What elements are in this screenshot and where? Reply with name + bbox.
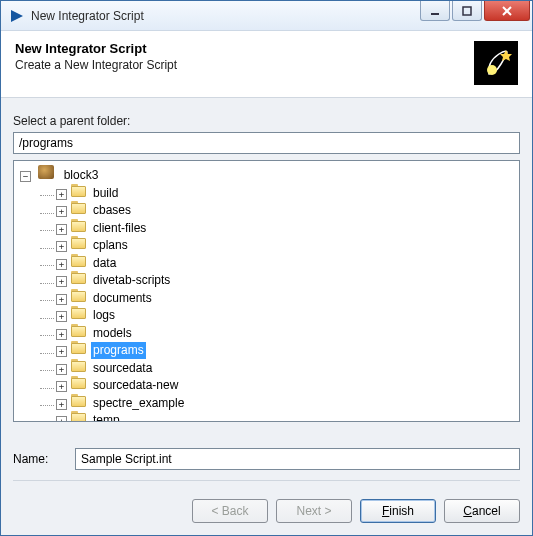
collapse-icon[interactable]: − — [20, 171, 31, 182]
tree-item[interactable]: +logs — [40, 306, 517, 324]
tree-item[interactable]: +client-files — [40, 219, 517, 237]
name-input[interactable] — [75, 448, 520, 470]
folder-icon — [71, 341, 87, 354]
expand-icon[interactable]: + — [56, 311, 67, 322]
tree-item[interactable]: +documents — [40, 289, 517, 307]
wizard-icon — [474, 41, 518, 85]
back-button[interactable]: < Back — [192, 499, 268, 523]
expand-icon[interactable]: + — [56, 276, 67, 287]
tree-item-label[interactable]: divetab-scripts — [91, 272, 172, 289]
tree-item-label[interactable]: cplans — [91, 237, 130, 254]
titlebar: New Integrator Script — [1, 1, 532, 31]
folder-icon — [71, 411, 87, 422]
expand-icon[interactable]: + — [56, 381, 67, 392]
tree-item[interactable]: +programs — [40, 341, 517, 359]
wizard-header: New Integrator Script Create a New Integ… — [1, 31, 532, 98]
folder-icon — [71, 394, 87, 407]
tree-item[interactable]: +data — [40, 254, 517, 272]
folder-icon — [71, 236, 87, 249]
expand-icon[interactable]: + — [56, 399, 67, 410]
folder-icon — [71, 254, 87, 267]
tree-line — [40, 208, 54, 214]
svg-point-6 — [487, 65, 497, 75]
tree-line — [40, 225, 54, 231]
minimize-button[interactable] — [420, 1, 450, 21]
tree-item-label[interactable]: logs — [91, 307, 117, 324]
folder-icon — [71, 359, 87, 372]
next-button[interactable]: Next > — [276, 499, 352, 523]
wizard-title: New Integrator Script — [15, 41, 177, 56]
tree-item-label[interactable]: models — [91, 324, 134, 341]
parent-folder-label: Select a parent folder: — [13, 114, 520, 128]
tree-item-label[interactable]: client-files — [91, 219, 148, 236]
tree-item[interactable]: +cbases — [40, 201, 517, 219]
svg-rect-1 — [431, 13, 439, 15]
expand-icon[interactable]: + — [56, 329, 67, 340]
expand-icon[interactable]: + — [56, 206, 67, 217]
tree-line — [40, 418, 54, 422]
separator — [13, 480, 520, 481]
tree-root-label[interactable]: block3 — [62, 167, 101, 184]
folder-icon — [71, 306, 87, 319]
svg-rect-2 — [463, 7, 471, 15]
tree-item-label[interactable]: programs — [91, 342, 146, 359]
app-icon — [9, 8, 25, 24]
expand-icon[interactable]: + — [56, 364, 67, 375]
tree-item-label[interactable]: temp — [91, 412, 122, 423]
expand-icon[interactable]: + — [56, 346, 67, 357]
expand-icon[interactable]: + — [56, 416, 67, 422]
tree-item[interactable]: +temp — [40, 411, 517, 422]
tree-line — [40, 365, 54, 371]
tree-item[interactable]: +build — [40, 184, 517, 202]
dialog-window: New Integrator Script New Integrator Scr… — [0, 0, 533, 536]
tree-line — [40, 348, 54, 354]
expand-icon[interactable]: + — [56, 189, 67, 200]
tree-item[interactable]: +models — [40, 324, 517, 342]
tree-line — [40, 313, 54, 319]
folder-icon — [71, 184, 87, 197]
tree-line — [40, 190, 54, 196]
tree-item[interactable]: +divetab-scripts — [40, 271, 517, 289]
expand-icon[interactable]: + — [56, 259, 67, 270]
tree-item[interactable]: +cplans — [40, 236, 517, 254]
name-row: Name: — [13, 448, 520, 470]
tree-item[interactable]: +spectre_example — [40, 394, 517, 412]
finish-button[interactable]: Finish — [360, 499, 436, 523]
wizard-content: Select a parent folder: − block3 +build+… — [1, 98, 532, 489]
tree-item-label[interactable]: sourcedata — [91, 359, 154, 376]
expand-icon[interactable]: + — [56, 224, 67, 235]
tree-item-label[interactable]: build — [91, 184, 120, 201]
wizard-button-bar: < Back Next > Finish Cancel — [1, 489, 532, 535]
tree-line — [40, 243, 54, 249]
tree-line — [40, 383, 54, 389]
tree-root-item[interactable]: − block3 +build+cbases+client-files+cpla… — [20, 165, 517, 422]
svg-marker-0 — [11, 10, 23, 22]
tree-item[interactable]: +sourcedata — [40, 359, 517, 377]
cancel-button[interactable]: Cancel — [444, 499, 520, 523]
parent-folder-input[interactable] — [13, 132, 520, 154]
tree-item-label[interactable]: cbases — [91, 202, 133, 219]
folder-icon — [71, 376, 87, 389]
tree-item[interactable]: +sourcedata-new — [40, 376, 517, 394]
close-button[interactable] — [484, 1, 530, 21]
folder-tree[interactable]: − block3 +build+cbases+client-files+cpla… — [13, 160, 520, 422]
expand-icon[interactable]: + — [56, 294, 67, 305]
tree-line — [40, 278, 54, 284]
tree-item-label[interactable]: sourcedata-new — [91, 377, 180, 394]
tree-line — [40, 330, 54, 336]
name-label: Name: — [13, 452, 61, 466]
maximize-button[interactable] — [452, 1, 482, 21]
tree-line — [40, 295, 54, 301]
tree-item-label[interactable]: spectre_example — [91, 394, 186, 411]
folder-icon — [71, 271, 87, 284]
expand-icon[interactable]: + — [56, 241, 67, 252]
folder-icon — [71, 289, 87, 302]
svg-rect-5 — [477, 44, 515, 82]
tree-line — [40, 260, 54, 266]
tree-item-label[interactable]: data — [91, 254, 118, 271]
project-folder-icon — [38, 165, 54, 179]
folder-icon — [71, 219, 87, 232]
tree-item-label[interactable]: documents — [91, 289, 154, 306]
window-title: New Integrator Script — [31, 9, 418, 23]
folder-icon — [71, 201, 87, 214]
